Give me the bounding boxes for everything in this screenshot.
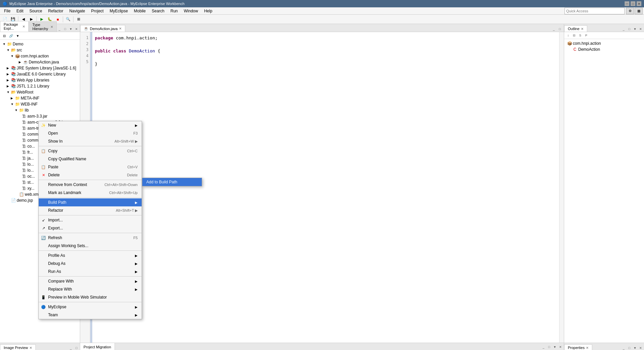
tree-item-demo[interactable]: ▼ 📁 Demo xyxy=(0,41,80,47)
cm-item-debug-as[interactable]: Debug As ▶ xyxy=(39,259,142,268)
cm-item-new[interactable]: ✨ New ▶ xyxy=(39,121,142,129)
outline-close-btn[interactable]: ✕ xyxy=(638,26,643,32)
menu-window[interactable]: Window xyxy=(181,8,201,14)
cm-item-working-sets[interactable]: Assign Working Sets... xyxy=(39,242,142,250)
properties-minimize-btn[interactable]: _ xyxy=(621,345,626,350)
bottom-tab-project-migration[interactable]: Project Migration xyxy=(80,343,115,350)
cm-item-refresh[interactable]: 🔄 Refresh F5 xyxy=(39,234,142,242)
menu-run[interactable]: Run xyxy=(168,8,180,14)
outline-tab[interactable]: Outline ✕ xyxy=(564,25,587,32)
tree-item-src[interactable]: ▼ 📂 src xyxy=(0,47,80,53)
outline-hide-fields-btn[interactable]: ⊟ xyxy=(572,33,577,38)
bottom-center-close-btn[interactable]: ✕ xyxy=(558,344,563,350)
jre-icon: 📚 xyxy=(11,65,16,71)
menu-file[interactable]: File xyxy=(1,8,13,14)
tree-item-package[interactable]: ▼ 📦 com.hnpi.action xyxy=(0,53,80,59)
close-button[interactable]: ✕ xyxy=(637,1,641,6)
tree-item-asm[interactable]: 🗜 asm-3.3.jar xyxy=(0,113,80,119)
tree-item-lib[interactable]: ▼ 📁 lib xyxy=(0,107,80,113)
tree-item-webapp-libs[interactable]: ▶ 📚 Web App Libraries xyxy=(0,77,80,83)
menu-project[interactable]: Project xyxy=(89,8,106,14)
cm-item-delete[interactable]: ✕ Delete Delete xyxy=(39,171,142,179)
left-panel-minimize[interactable]: _ xyxy=(57,26,62,32)
type-hierarchy-close[interactable]: ✕ xyxy=(50,25,53,29)
cm-item-paste[interactable]: 📋 Paste Ctrl+V xyxy=(39,163,142,171)
tree-item-webroot[interactable]: ▼ 📂 WebRoot xyxy=(0,89,80,95)
outline-hide-nonpublic-btn[interactable]: P xyxy=(584,33,589,38)
cm-item-build-path[interactable]: Build Path ▶ xyxy=(39,198,142,206)
toolbar-search-btn[interactable]: 🔍 xyxy=(64,16,72,23)
bottom-center-maximize-btn[interactable]: □ xyxy=(546,344,552,350)
editor-tab-demoaction[interactable]: ☕ DemoAction.java ✕ xyxy=(80,25,125,32)
cm-item-copy[interactable]: 📋 Copy Ctrl+C xyxy=(39,147,142,155)
tree-item-web-inf[interactable]: ▼ 📁 WEB-INF xyxy=(0,101,80,107)
outline-hide-static-btn[interactable]: S xyxy=(578,33,583,38)
image-preview-tab[interactable]: Image Preview ✕ xyxy=(0,344,36,350)
editor-maximize-btn[interactable]: □ xyxy=(557,26,562,32)
cm-item-profile-as[interactable]: Profile As ▶ xyxy=(39,251,142,259)
menu-navigate[interactable]: Navigate xyxy=(66,8,88,14)
menu-help[interactable]: Help xyxy=(201,8,215,14)
collapse-all-btn[interactable]: ⊟ xyxy=(1,33,7,39)
properties-menu-btn[interactable]: ▼ xyxy=(632,345,638,350)
cm-item-refactor[interactable]: Refactor Alt+Shift+T ▶ xyxy=(39,206,142,214)
tree-item-javaee[interactable]: ▶ 📚 JavaEE 6.0 Generic Library xyxy=(0,71,80,77)
cm-item-remove-from-context[interactable]: Remove from Context Ctrl+Alt+Shift+Down xyxy=(39,181,142,189)
link-with-editor-btn[interactable]: 🔗 xyxy=(8,33,14,39)
bottom-center-dropdown-btn[interactable]: ▼ xyxy=(552,344,557,350)
menu-mobile[interactable]: Mobile xyxy=(131,8,148,14)
outline-minimize-btn[interactable]: _ xyxy=(621,26,626,32)
tree-item-jstl[interactable]: ▶ 📚 JSTL 1.2.1 Library xyxy=(0,83,80,89)
cm-item-mark-landmark[interactable]: Mark as Landmark Ctrl+Alt+Shift+Up xyxy=(39,189,142,197)
cm-item-preview-mobile[interactable]: 📱 Preview in Mobile Web Simulator xyxy=(39,293,142,301)
properties-maximize-btn[interactable]: □ xyxy=(627,345,632,350)
submenu-item-add-to-build-path[interactable]: Add to Build Path xyxy=(142,178,202,186)
toolbar-perspective-btn[interactable]: ⊞ xyxy=(75,16,82,23)
outline-menu-btn[interactable]: ▼ xyxy=(632,26,638,32)
menu-edit[interactable]: Edit xyxy=(14,8,26,14)
quick-access-input[interactable] xyxy=(565,8,625,14)
cm-item-myeclipse[interactable]: 🔵 MyEclipse ▶ xyxy=(39,303,142,311)
outline-sort-btn[interactable]: ↕ xyxy=(566,33,571,38)
cm-item-import[interactable]: ↙ Import... xyxy=(39,216,142,224)
code-content[interactable]: package com.hnpi.action; public class De… xyxy=(92,32,559,343)
outline-item-package[interactable]: 📦 com.hnpi.action xyxy=(566,40,643,46)
properties-close-btn[interactable]: ✕ xyxy=(638,345,643,350)
cm-item-show-in[interactable]: Show In Alt+Shift+W ▶ xyxy=(39,137,142,145)
editor-scrollbar[interactable] xyxy=(559,32,564,343)
properties-tab[interactable]: Properties ✕ xyxy=(564,344,592,350)
cm-item-replace-with[interactable]: Replace With ▶ xyxy=(39,285,142,293)
maximize-button[interactable]: □ xyxy=(631,1,635,6)
package-explorer-close[interactable]: ✕ xyxy=(22,25,25,28)
left-panel-view-menu[interactable]: ▼ xyxy=(68,26,73,32)
cm-item-run-as[interactable]: Run As ▶ xyxy=(39,268,142,276)
tree-item-demoaction[interactable]: ▶ ☕ DemoAction.java xyxy=(0,59,80,65)
cm-item-copy-qualified[interactable]: Copy Qualified Name xyxy=(39,155,142,163)
bottom-center-minimize-btn[interactable]: _ xyxy=(541,344,546,350)
outline-maximize-btn[interactable]: □ xyxy=(627,26,632,32)
cm-item-open[interactable]: Open F3 xyxy=(39,129,142,137)
editor-minimize-btn[interactable]: _ xyxy=(551,26,556,32)
tree-item-jre[interactable]: ▶ 📚 JRE System Library [JavaSE-1.6] xyxy=(0,65,80,71)
image-preview-close[interactable]: ✕ xyxy=(29,346,32,350)
outline-tab-close[interactable]: ✕ xyxy=(581,27,584,31)
tab-type-hierarchy[interactable]: Type Hierarchy ✕ xyxy=(29,21,57,32)
menu-search[interactable]: Search xyxy=(149,8,167,14)
menu-refactor[interactable]: Refactor xyxy=(45,8,66,14)
tab-package-explorer[interactable]: Package Expl... ✕ xyxy=(0,21,29,32)
cm-item-export[interactable]: ↗ Export... xyxy=(39,224,142,232)
menu-source[interactable]: Source xyxy=(27,8,45,14)
left-panel-close[interactable]: ✕ xyxy=(74,26,79,32)
left-panel-maximize[interactable]: □ xyxy=(62,26,68,32)
cm-item-compare-with[interactable]: Compare With ▶ xyxy=(39,277,142,285)
cm-item-team[interactable]: Team ▶ xyxy=(39,311,142,319)
tree-item-meta-inf[interactable]: ▶ 📁 META-INF xyxy=(0,95,80,101)
minimize-button[interactable]: ─ xyxy=(625,1,629,6)
outline-item-class[interactable]: C DemoAction xyxy=(566,46,643,52)
view-menu-btn[interactable]: ▼ xyxy=(15,33,21,39)
menu-myeclipse[interactable]: MyEclipse xyxy=(107,8,131,14)
image-preview-maximize-btn[interactable]: □ xyxy=(74,345,79,350)
image-preview-minimize-btn[interactable]: _ xyxy=(68,345,73,350)
editor-tab-close[interactable]: ✕ xyxy=(119,27,122,30)
properties-close[interactable]: ✕ xyxy=(586,346,589,350)
